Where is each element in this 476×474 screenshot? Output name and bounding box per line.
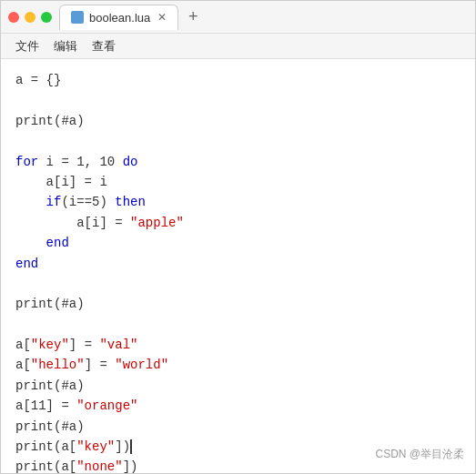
tab-label: boolean.lua bbox=[89, 11, 150, 25]
window-controls bbox=[8, 12, 52, 23]
minimize-button[interactable] bbox=[25, 12, 35, 23]
file-icon bbox=[71, 11, 84, 24]
menu-view[interactable]: 查看 bbox=[85, 36, 123, 56]
close-button[interactable] bbox=[8, 12, 19, 23]
watermark: CSDN @举目沧柔 bbox=[375, 447, 464, 462]
menu-bar: 文件 编辑 查看 bbox=[1, 34, 475, 59]
tab-bar: boolean.lua ✕ + bbox=[59, 5, 468, 30]
menu-file[interactable]: 文件 bbox=[8, 36, 46, 56]
main-window: boolean.lua ✕ + 文件 编辑 查看 a = {} print(#a… bbox=[0, 0, 476, 474]
new-tab-button[interactable]: + bbox=[182, 6, 204, 28]
maximize-button[interactable] bbox=[41, 12, 52, 23]
tab-boolean-lua[interactable]: boolean.lua ✕ bbox=[59, 5, 178, 30]
title-bar: boolean.lua ✕ + bbox=[1, 1, 475, 34]
menu-edit[interactable]: 编辑 bbox=[46, 36, 85, 56]
tab-close-icon[interactable]: ✕ bbox=[157, 12, 167, 23]
code-content: a = {} print(#a) for i = 1, 10 do a[i] =… bbox=[15, 70, 461, 473]
editor-area[interactable]: a = {} print(#a) for i = 1, 10 do a[i] =… bbox=[1, 59, 475, 473]
